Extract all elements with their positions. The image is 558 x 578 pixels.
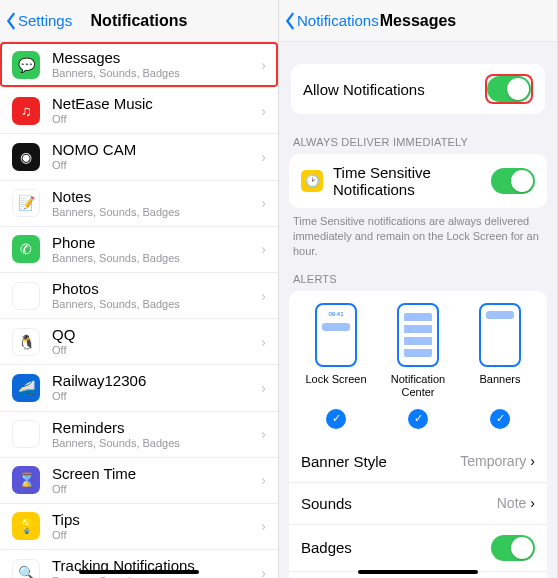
notifications-app-list-pane: Settings Notifications 💬MessagesBanners,… [0, 0, 279, 578]
app-subtitle: Off [52, 344, 255, 357]
chevron-right-icon: › [530, 453, 535, 469]
app-subtitle: Off [52, 159, 255, 172]
app-subtitle: Banners, Sounds, Badges [52, 252, 255, 265]
alert-option-banner[interactable]: Banners [460, 303, 540, 399]
chevron-right-icon: › [261, 334, 266, 350]
setting-row-sounds[interactable]: SoundsNote› [289, 483, 547, 525]
app-name: Railway12306 [52, 372, 255, 390]
app-subtitle: Off [52, 390, 255, 403]
alert-option-label: Lock Screen [296, 373, 376, 386]
left-header: Settings Notifications [0, 0, 278, 42]
alert-check-banner[interactable]: ✓ [490, 409, 510, 429]
back-label: Settings [18, 12, 72, 29]
setting-label: Sounds [301, 495, 497, 512]
chevron-right-icon: › [261, 57, 266, 73]
chevron-left-icon [4, 12, 18, 30]
app-row-netease-music[interactable]: ♫NetEase MusicOff› [0, 88, 278, 134]
app-icon: ❋ [12, 282, 40, 310]
setting-row-banner_style[interactable]: Banner StyleTemporary› [289, 441, 547, 483]
setting-value: Temporary [460, 453, 526, 469]
app-row-tips[interactable]: 💡TipsOff› [0, 504, 278, 550]
app-icon: ✆ [12, 235, 40, 263]
app-name: Notes [52, 188, 255, 206]
app-icon: 🐧 [12, 328, 40, 356]
app-name: Phone [52, 234, 255, 252]
app-name: QQ [52, 326, 255, 344]
app-subtitle: Banners, Sounds, Badges [52, 206, 255, 219]
allow-notifications-label: Allow Notifications [303, 81, 485, 98]
app-row-railway12306[interactable]: 🚄Railway12306Off› [0, 365, 278, 411]
clock-icon: 🕑 [301, 170, 323, 192]
chevron-right-icon: › [261, 380, 266, 396]
setting-value: Note [497, 495, 527, 511]
alert-option-label: Banners [460, 373, 540, 386]
alert-option-lock[interactable]: Lock Screen [296, 303, 376, 399]
alert-style-options: Lock ScreenNotification CenterBanners [289, 291, 547, 409]
time-sensitive-note: Time Sensitive notifications are always … [279, 208, 557, 259]
home-indicator [79, 570, 199, 574]
time-sensitive-toggle[interactable] [491, 168, 535, 194]
back-to-notifications[interactable]: Notifications [283, 12, 379, 30]
messages-notification-settings-pane: Notifications Messages Allow Notificatio… [279, 0, 558, 578]
app-subtitle: Banners, Sounds, Badges [52, 437, 255, 450]
setting-row-badges[interactable]: Badges [289, 525, 547, 572]
app-subtitle: Banners, Sounds, Badges [52, 298, 255, 311]
setting-label: Badges [301, 539, 491, 556]
app-name: Photos [52, 280, 255, 298]
app-row-qq[interactable]: 🐧QQOff› [0, 319, 278, 365]
page-title: Messages [380, 12, 457, 30]
app-subtitle: Off [52, 529, 255, 542]
app-icon: 📝 [12, 189, 40, 217]
chevron-right-icon: › [530, 495, 535, 511]
app-list: 💬MessagesBanners, Sounds, Badges›♫NetEas… [0, 42, 278, 578]
page-title: Notifications [91, 12, 188, 30]
alert-option-label: Notification Center [378, 373, 458, 399]
app-icon: ⌛ [12, 466, 40, 494]
chevron-right-icon: › [261, 426, 266, 442]
app-row-notes[interactable]: 📝NotesBanners, Sounds, Badges› [0, 181, 278, 227]
app-name: Tips [52, 511, 255, 529]
right-header: Notifications Messages [279, 0, 557, 42]
app-subtitle: Off [52, 113, 255, 126]
app-icon: 💬 [12, 51, 40, 79]
allow-notifications-section: Allow Notifications [279, 42, 557, 122]
app-icon: ◉ [12, 143, 40, 171]
app-icon: ♫ [12, 97, 40, 125]
phone-preview-icon [397, 303, 439, 367]
app-name: NetEase Music [52, 95, 255, 113]
app-icon: 🔍 [12, 559, 40, 578]
back-to-settings[interactable]: Settings [4, 12, 72, 30]
alert-style-checks: ✓✓✓ [289, 409, 547, 441]
app-icon: 💡 [12, 512, 40, 540]
app-subtitle: Off [52, 483, 255, 496]
chevron-right-icon: › [261, 472, 266, 488]
app-row-phone[interactable]: ✆PhoneBanners, Sounds, Badges› [0, 227, 278, 273]
alert-check-lock[interactable]: ✓ [326, 409, 346, 429]
chevron-right-icon: › [261, 565, 266, 578]
app-subtitle: Banners, Sounds, Badges [52, 67, 255, 80]
allow-notifications-toggle[interactable] [487, 76, 531, 102]
chevron-right-icon: › [261, 149, 266, 165]
app-name: Reminders [52, 419, 255, 437]
chevron-right-icon: › [261, 288, 266, 304]
app-row-nomo-cam[interactable]: ◉NOMO CAMOff› [0, 134, 278, 180]
alert-option-center[interactable]: Notification Center [378, 303, 458, 399]
app-name: NOMO CAM [52, 141, 255, 159]
home-indicator [358, 570, 478, 574]
app-row-photos[interactable]: ❋PhotosBanners, Sounds, Badges› [0, 273, 278, 319]
app-name: Screen Time [52, 465, 255, 483]
badges-toggle[interactable] [491, 535, 535, 561]
app-row-screen-time[interactable]: ⌛Screen TimeOff› [0, 458, 278, 504]
time-sensitive-row[interactable]: 🕑 Time Sensitive Notifications [289, 154, 547, 208]
setting-label: Banner Style [301, 453, 460, 470]
section-alerts: ALERTS [279, 259, 557, 291]
chevron-right-icon: › [261, 241, 266, 257]
app-row-reminders[interactable]: ⋮RemindersBanners, Sounds, Badges› [0, 412, 278, 458]
chevron-right-icon: › [261, 195, 266, 211]
alert-check-center[interactable]: ✓ [408, 409, 428, 429]
chevron-right-icon: › [261, 103, 266, 119]
app-name: Messages [52, 49, 255, 67]
app-icon: 🚄 [12, 374, 40, 402]
chevron-left-icon [283, 12, 297, 30]
app-row-messages[interactable]: 💬MessagesBanners, Sounds, Badges› [0, 42, 278, 88]
